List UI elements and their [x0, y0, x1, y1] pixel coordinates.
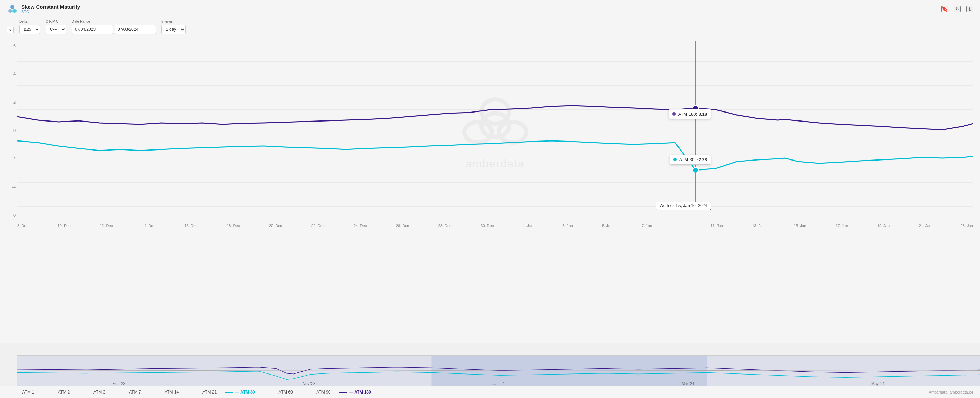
x-label-21jan: 21. Jan — [919, 224, 931, 228]
x-label-5jan: 5. Jan — [602, 224, 612, 228]
legend-label-atm21: — ATM 21 — [197, 390, 216, 395]
info-button[interactable]: ℹ — [966, 6, 973, 13]
header-title: Skew Constant Maturity — [21, 4, 80, 10]
y-label-4a: 4 — [2, 72, 16, 76]
legend-item-atm14[interactable]: — ATM 14 — [150, 390, 179, 395]
legend-line-atm2 — [43, 392, 51, 392]
x-label-24dec: 24. Dec — [353, 224, 367, 228]
legend-line-atm7 — [113, 392, 122, 392]
x-label-10dec: 10. Dec — [57, 224, 71, 228]
legend-label-atm1: — ATM 1 — [17, 390, 34, 395]
legend-item-atm30[interactable]: — ATM 30 — [225, 390, 255, 395]
mini-x-nov23: Nov '23 — [302, 381, 315, 385]
mini-x-sep23: Sep '23 — [113, 381, 126, 385]
y-label-neg4: -4 — [2, 185, 16, 189]
info-icon: ℹ — [969, 6, 971, 12]
interval-select[interactable]: 1 day 1 hour 4 hours — [161, 24, 186, 34]
legend-item-atm180[interactable]: — ATM 180 — [339, 390, 371, 395]
x-label-7jan: 7. Jan — [642, 224, 652, 228]
delta-select[interactable]: Δ25 Δ10 Δ50 — [19, 24, 40, 34]
cpp-group: C-P/P-C C-P P-C — [46, 20, 66, 34]
logo-icon — [7, 3, 18, 14]
legend-label-atm2: — ATM 2 — [53, 390, 70, 395]
svg-point-15 — [693, 105, 698, 111]
chart-svg — [17, 41, 973, 220]
date-range-group: Date Range — [72, 20, 156, 34]
y-label-2: 2 — [2, 100, 16, 104]
header: Skew Constant Maturity BTC 🔖 ↻ ℹ — [0, 0, 980, 18]
svg-point-1 — [8, 9, 13, 13]
x-label-3jan: 3. Jan — [563, 224, 573, 228]
svg-point-16 — [693, 168, 698, 173]
legend: — ATM 1 — ATM 2 — ATM 3 — ATM 7 — ATM 14… — [0, 386, 980, 398]
legend-item-atm90[interactable]: — ATM 90 — [301, 390, 331, 395]
legend-line-atm180 — [339, 392, 347, 393]
svg-point-0 — [10, 5, 14, 9]
x-label-30dec: 30. Dec — [480, 224, 494, 228]
y-label-0: 0 — [2, 128, 16, 133]
y-label-neg2: -2 — [2, 157, 16, 161]
date-from-input[interactable] — [72, 24, 113, 34]
legend-item-atm21[interactable]: — ATM 21 — [187, 390, 216, 395]
mini-chart: Sep '23 Nov '23 Jan '24 Mar '24 May '24 — [17, 355, 980, 386]
x-label-16dec: 16. Dec — [185, 224, 198, 228]
refresh-button[interactable]: ↻ — [954, 6, 961, 13]
legend-item-atm7[interactable]: — ATM 7 — [113, 390, 141, 395]
date-range-label: Date Range — [72, 20, 156, 24]
legend-line-atm14 — [150, 392, 158, 392]
legend-label-atm60: — ATM 60 — [274, 390, 293, 395]
legend-line-atm3 — [78, 392, 86, 392]
mini-chart-container: Sep '23 Nov '23 Jan '24 Mar '24 May '24 — [17, 355, 980, 386]
bookmark-button[interactable]: 🔖 — [941, 6, 948, 13]
date-tooltip-text: Wednesday, Jan 10, 2024 — [660, 203, 707, 208]
x-label-15jan: 15. Jan — [794, 224, 806, 228]
legend-item-atm2[interactable]: — ATM 2 — [43, 390, 70, 395]
toolbar: > Delta Δ25 Δ10 Δ50 C-P/P-C C-P P-C Date… — [0, 18, 980, 37]
x-label-11jan: 11. Jan — [711, 224, 723, 228]
attribution-area: Amberdata (amberdata.io) — [929, 390, 973, 395]
refresh-icon: ↻ — [955, 6, 960, 12]
legend-item-atm1[interactable]: — ATM 1 — [7, 390, 34, 395]
cpp-select[interactable]: C-P P-C — [46, 24, 66, 34]
x-label-17jan: 17. Jan — [835, 224, 848, 228]
header-title-area: Skew Constant Maturity BTC — [21, 4, 80, 14]
x-label-22dec: 22. Dec — [312, 224, 325, 228]
y-label-0b: 0 — [2, 213, 16, 217]
expand-button[interactable]: > — [7, 27, 14, 34]
legend-label-atm7: — ATM 7 — [124, 390, 141, 395]
x-label-28dec: 28. Dec — [438, 224, 452, 228]
legend-item-atm60[interactable]: — ATM 60 — [263, 390, 293, 395]
logo-area: Skew Constant Maturity BTC — [7, 3, 80, 14]
x-label-19jan: 19. Jan — [877, 224, 889, 228]
x-label-1jan: 1. Jan — [523, 224, 533, 228]
legend-line-atm60 — [263, 392, 272, 392]
legend-label-atm14: — ATM 14 — [160, 390, 179, 395]
chart-area: amberdata — [0, 37, 980, 343]
svg-point-2 — [13, 9, 17, 13]
legend-line-atm90 — [301, 392, 309, 392]
x-label-18dec: 18. Dec — [227, 224, 240, 228]
x-label-8dec: 8. Dec — [17, 224, 28, 228]
y-label-6: 6 — [2, 43, 16, 48]
x-label-14dec: 14. Dec — [142, 224, 155, 228]
legend-label-atm30: — ATM 30 — [235, 390, 255, 395]
expand-icon: > — [9, 28, 11, 32]
legend-line-atm1 — [7, 392, 15, 392]
x-label-23jan: 23. Jan — [961, 224, 973, 228]
legend-label-atm90: — ATM 90 — [312, 390, 331, 395]
date-tooltip: Wednesday, Jan 10, 2024 — [656, 201, 711, 210]
mini-x-may24: May '24 — [871, 381, 885, 385]
app-container: Skew Constant Maturity BTC 🔖 ↻ ℹ > Delta… — [0, 0, 980, 398]
legend-line-atm21 — [187, 392, 195, 392]
header-actions: 🔖 ↻ ℹ — [941, 6, 973, 13]
x-label-20dec: 20. Dec — [269, 224, 282, 228]
date-to-input[interactable] — [115, 24, 156, 34]
legend-item-atm3[interactable]: — ATM 3 — [78, 390, 105, 395]
mini-x-jan24: Jan '24 — [493, 381, 505, 385]
x-label-12dec: 12. Dec — [100, 224, 113, 228]
interval-group: Interval 1 day 1 hour 4 hours — [161, 20, 186, 34]
x-label-26dec: 26. Dec — [396, 224, 409, 228]
main-chart: amberdata — [17, 41, 973, 220]
legend-label-atm3: — ATM 3 — [88, 390, 105, 395]
legend-line-atm30 — [225, 392, 233, 393]
